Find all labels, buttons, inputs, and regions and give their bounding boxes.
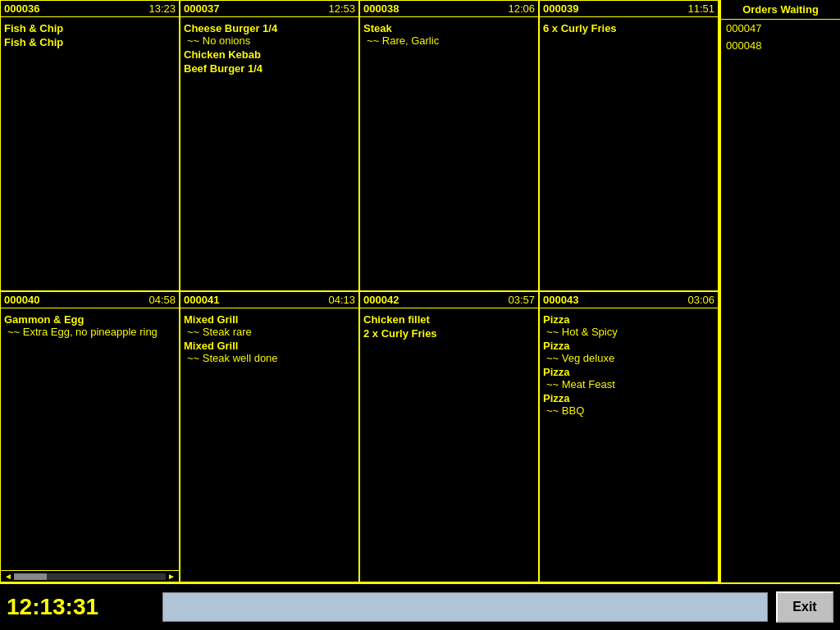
order-cell-000036[interactable]: 00003613:23Fish & ChipFish & Chip xyxy=(0,0,180,291)
scroll-left-btn[interactable]: ◄ xyxy=(2,572,14,581)
order-time-000043: 03:06 xyxy=(687,294,714,306)
order-header-000037: 00003712:53 xyxy=(180,1,358,17)
waiting-order-000047[interactable]: 000047 xyxy=(721,20,840,37)
order-items-000042: Chicken fillet2 x Curly Fries xyxy=(360,308,538,582)
order-number-000036: 000036 xyxy=(4,2,39,15)
scroll-right-btn[interactable]: ► xyxy=(166,572,177,581)
order-item: ~~ Extra Egg, no pineapple ring xyxy=(4,326,176,338)
order-items-000039: 6 x Curly Fries xyxy=(540,17,718,290)
order-cell-000040[interactable]: 00004004:58Gammon & Egg~~ Extra Egg, no … xyxy=(0,291,180,582)
order-item: Cheese Burger 1/4 xyxy=(184,22,355,34)
order-header-000036: 00003613:23 xyxy=(1,1,179,17)
order-item: ~~ No onions xyxy=(184,34,355,47)
clock: 12:13:31 xyxy=(7,594,154,620)
order-header-000042: 00004203:57 xyxy=(360,292,538,308)
order-number-000041: 000041 xyxy=(184,294,219,306)
order-items-000036: Fish & ChipFish & Chip xyxy=(1,17,179,290)
order-number-000038: 000038 xyxy=(363,2,399,15)
order-item: Pizza xyxy=(543,366,714,378)
order-items-000043: Pizza~~ Hot & SpicyPizza~~ Veg deluxePiz… xyxy=(540,308,718,582)
exit-button[interactable]: Exit xyxy=(776,591,833,623)
order-header-000041: 00004104:13 xyxy=(180,292,358,308)
sidebar-header: Orders Waiting xyxy=(721,0,840,20)
order-number-000043: 000043 xyxy=(543,294,578,306)
order-item: Fish & Chip xyxy=(4,22,176,34)
order-header-000038: 00003812:06 xyxy=(360,1,538,17)
order-cell-000042[interactable]: 00004203:57Chicken fillet2 x Curly Fries xyxy=(359,291,539,582)
main-area: 00003613:23Fish & ChipFish & Chip0000371… xyxy=(0,0,840,582)
waiting-order-000048[interactable]: 000048 xyxy=(721,37,840,54)
order-items-000038: Steak~~ Rare, Garlic xyxy=(360,17,538,290)
order-cell-000039[interactable]: 00003911:516 x Curly Fries xyxy=(539,0,719,291)
order-item: Pizza xyxy=(543,392,714,404)
scrollbar-area[interactable]: ◄► xyxy=(1,570,179,582)
order-time-000040: 04:58 xyxy=(148,294,176,306)
order-item: ~~ BBQ xyxy=(543,404,714,417)
order-header-000040: 00004004:58 xyxy=(1,292,179,308)
orders-grid: 00003613:23Fish & ChipFish & Chip0000371… xyxy=(0,0,720,582)
order-cell-000037[interactable]: 00003712:53Cheese Burger 1/4~~ No onions… xyxy=(180,0,359,291)
order-number-000039: 000039 xyxy=(543,2,578,15)
order-header-000039: 00003911:51 xyxy=(540,1,718,17)
order-time-000041: 04:13 xyxy=(328,294,355,306)
order-time-000042: 03:57 xyxy=(508,294,535,306)
order-items-000037: Cheese Burger 1/4~~ No onionsChicken Keb… xyxy=(180,17,358,290)
bottom-bar: 12:13:31 Exit xyxy=(0,582,840,630)
order-item: Pizza xyxy=(543,340,714,352)
order-item: ~~ Rare, Garlic xyxy=(363,34,535,47)
order-cell-000043[interactable]: 00004303:06Pizza~~ Hot & SpicyPizza~~ Ve… xyxy=(539,291,719,582)
sidebar: Orders Waiting 000047000048 xyxy=(720,0,840,582)
order-items-000041: Mixed Grill~~ Steak rareMixed Grill~~ St… xyxy=(180,308,358,582)
order-time-000037: 12:53 xyxy=(328,2,355,15)
order-cell-000038[interactable]: 00003812:06Steak~~ Rare, Garlic xyxy=(359,0,539,291)
order-item: Gammon & Egg xyxy=(4,313,176,326)
order-number-000040: 000040 xyxy=(4,294,39,306)
order-item: Pizza xyxy=(543,313,714,326)
order-number-000037: 000037 xyxy=(184,2,219,15)
waiting-list: 000047000048 xyxy=(721,20,840,54)
order-item: Chicken Kebab xyxy=(184,48,355,61)
order-item: Chicken fillet xyxy=(363,313,535,326)
message-bar[interactable] xyxy=(162,592,768,622)
order-item: ~~ Steak well done xyxy=(184,352,355,364)
order-item: 6 x Curly Fries xyxy=(543,22,714,34)
order-header-000043: 00004303:06 xyxy=(540,292,718,308)
order-time-000036: 13:23 xyxy=(148,2,176,15)
order-item: Fish & Chip xyxy=(4,36,176,48)
order-item: 2 x Curly Fries xyxy=(363,327,535,340)
order-time-000038: 12:06 xyxy=(508,2,535,15)
order-item: ~~ Steak rare xyxy=(184,326,355,338)
order-item: ~~ Hot & Spicy xyxy=(543,326,714,338)
order-cell-000041[interactable]: 00004104:13Mixed Grill~~ Steak rareMixed… xyxy=(180,291,359,582)
order-items-000040: Gammon & Egg~~ Extra Egg, no pineapple r… xyxy=(1,308,179,570)
order-time-000039: 11:51 xyxy=(687,2,714,15)
order-item: Mixed Grill xyxy=(184,340,355,352)
order-item: ~~ Meat Feast xyxy=(543,378,714,390)
order-item: Beef Burger 1/4 xyxy=(184,62,355,75)
order-number-000042: 000042 xyxy=(363,294,399,306)
order-item: ~~ Veg deluxe xyxy=(543,352,714,364)
order-item: Steak xyxy=(363,22,535,34)
order-item: Mixed Grill xyxy=(184,313,355,326)
